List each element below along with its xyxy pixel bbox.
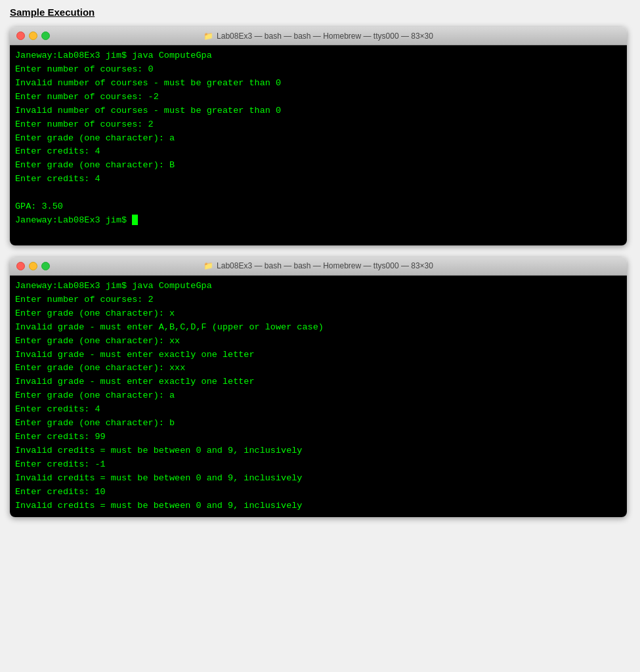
terminal-window-1: 📁 Lab08Ex3 — bash — bash — Homebrew — tt…: [10, 27, 627, 245]
maximize-button-2[interactable]: [41, 262, 50, 270]
traffic-lights-2: [16, 262, 50, 270]
t2-line-3: Enter grade (one character): x: [15, 307, 622, 321]
t2-line-16: Enter credits: 10: [15, 486, 622, 499]
t2-line-11: Enter grade (one character): b: [15, 417, 622, 430]
t1-line-7: Enter grade (one character): a: [15, 132, 622, 146]
terminal-title-1: 📁 Lab08Ex3 — bash — bash — Homebrew — tt…: [203, 32, 433, 41]
t1-line-1: Janeway:Lab08Ex3 jim$ java ComputeGpa: [15, 49, 622, 63]
folder-icon-1: 📁: [203, 32, 213, 41]
t1-line-5: Invalid number of courses - must be grea…: [15, 104, 622, 118]
t2-line-14: Enter credits: -1: [15, 458, 622, 472]
t1-line-8: Enter credits: 4: [15, 145, 622, 159]
t2-line-15: Invalid credits = must be between 0 and …: [15, 472, 622, 486]
t2-line-17: Invalid credits = must be between 0 and …: [15, 499, 622, 513]
terminal-window-2: 📁 Lab08Ex3 — bash — bash — Homebrew — tt…: [10, 257, 627, 517]
terminal-title-2: 📁 Lab08Ex3 — bash — bash — Homebrew — tt…: [203, 261, 433, 270]
traffic-lights-1: [16, 32, 50, 40]
t1-line-2: Enter number of courses: 0: [15, 63, 622, 77]
t1-line-6: Enter number of courses: 2: [15, 118, 622, 132]
t2-line-4: Invalid grade - must enter A,B,C,D,F (up…: [15, 321, 622, 335]
minimize-button-2[interactable]: [29, 262, 37, 270]
t2-line-8: Invalid grade - must enter exactly one l…: [15, 375, 622, 389]
t2-line-2: Enter number of courses: 2: [15, 293, 622, 307]
t1-line-12: GPA: 3.50: [15, 200, 622, 214]
t2-line-9: Enter grade (one character): a: [15, 389, 622, 403]
page-heading: Sample Execution: [10, 7, 630, 18]
folder-icon-2: 📁: [203, 261, 213, 270]
t1-line-10: Enter credits: 4: [15, 173, 622, 186]
t2-line-13: Invalid credits = must be between 0 and …: [15, 444, 622, 458]
close-button-2[interactable]: [16, 262, 25, 270]
t2-line-1: Janeway:Lab08Ex3 jim$ java ComputeGpa: [15, 280, 622, 293]
t2-line-7: Enter grade (one character): xxx: [15, 362, 622, 375]
terminal-body-1: Janeway:Lab08Ex3 jim$ java ComputeGpa En…: [10, 45, 627, 245]
terminal-titlebar-2: 📁 Lab08Ex3 — bash — bash — Homebrew — tt…: [10, 257, 627, 276]
terminal-body-2: Janeway:Lab08Ex3 jim$ java ComputeGpa En…: [10, 276, 627, 517]
t1-line-3: Invalid number of courses - must be grea…: [15, 77, 622, 91]
minimize-button-1[interactable]: [29, 32, 37, 40]
t1-padding-line: [15, 228, 622, 242]
t1-line-4: Enter number of courses: -2: [15, 91, 622, 104]
t1-line-13: Janeway:Lab08Ex3 jim$: [15, 214, 622, 228]
maximize-button-1[interactable]: [41, 32, 50, 40]
terminal-cursor-1: [132, 215, 138, 225]
t2-line-12: Enter credits: 99: [15, 430, 622, 444]
close-button-1[interactable]: [16, 32, 25, 40]
t2-line-10: Enter credits: 4: [15, 403, 622, 417]
t1-line-9: Enter grade (one character): B: [15, 159, 622, 173]
t2-line-5: Enter grade (one character): xx: [15, 335, 622, 348]
t2-line-6: Invalid grade - must enter exactly one l…: [15, 348, 622, 362]
t1-empty-line: [15, 186, 622, 200]
terminal-titlebar-1: 📁 Lab08Ex3 — bash — bash — Homebrew — tt…: [10, 27, 627, 45]
